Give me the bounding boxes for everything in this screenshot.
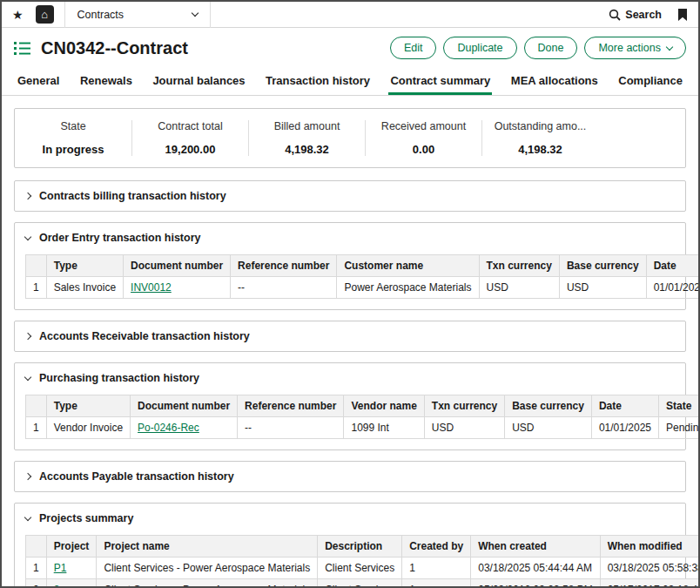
duplicate-button[interactable]: Duplicate bbox=[443, 37, 516, 59]
table-cell: 03/18/2025 05:58:38 AM bbox=[600, 558, 698, 579]
table-row: 1Vendor InvoicePo-0246-Rec--1099 IntUSDU… bbox=[26, 417, 699, 439]
column-header[interactable]: Created by bbox=[402, 536, 471, 558]
column-header[interactable]: Type bbox=[46, 395, 130, 417]
column-header[interactable]: Document number bbox=[131, 395, 238, 417]
table-cell: 1 bbox=[402, 558, 471, 579]
section-title: Order Entry transaction history bbox=[39, 232, 200, 244]
search-label: Search bbox=[625, 9, 662, 21]
column-header[interactable]: Type bbox=[46, 255, 123, 277]
home-icon[interactable]: ⌂ bbox=[36, 5, 54, 24]
summary-label: Outstanding amo... bbox=[488, 120, 593, 132]
column-header[interactable]: When modified bbox=[600, 536, 698, 558]
table-cell: -- bbox=[238, 417, 344, 439]
table-cell: Client Services bbox=[318, 558, 402, 579]
summary-outstanding-amount: Outstanding amo... 4,198.32 bbox=[481, 120, 598, 156]
tab-renewals[interactable]: Renewals bbox=[78, 66, 134, 95]
record-link[interactable]: P1 bbox=[54, 562, 67, 574]
module-selector[interactable]: Contracts bbox=[64, 2, 211, 28]
section-toggle-accounts-payable[interactable]: Accounts Payable transaction history bbox=[15, 462, 685, 491]
column-header[interactable]: Date bbox=[591, 395, 658, 417]
chevron-down-icon bbox=[24, 514, 31, 521]
edit-button[interactable]: Edit bbox=[390, 37, 437, 59]
column-header[interactable] bbox=[26, 395, 47, 417]
tab-contract-summary[interactable]: Contract summary bbox=[388, 66, 492, 95]
table-cell: 1 bbox=[26, 558, 47, 579]
done-button[interactable]: Done bbox=[524, 37, 578, 59]
table-cell: USD bbox=[559, 277, 646, 299]
tab-compliance[interactable]: Compliance bbox=[616, 66, 684, 95]
summary-label: Received amount bbox=[371, 120, 476, 132]
table-cell: USD bbox=[505, 417, 592, 439]
topbar-right: Search bbox=[609, 8, 688, 22]
table-cell: Client Services bbox=[318, 579, 402, 586]
summary-value: 0.00 bbox=[371, 143, 476, 156]
main-content: State In progress Contract total 19,200.… bbox=[2, 96, 698, 586]
column-header[interactable]: When created bbox=[471, 536, 600, 558]
column-header[interactable]: Project bbox=[46, 536, 97, 558]
summary-label: State bbox=[20, 120, 126, 132]
list-icon[interactable] bbox=[14, 41, 30, 56]
table-cell: Pending bbox=[658, 417, 698, 439]
record-actions: Edit Duplicate Done More actions bbox=[390, 37, 686, 59]
more-actions-label: More actions bbox=[598, 41, 661, 55]
column-header[interactable]: Customer name bbox=[337, 255, 479, 277]
tab-mea-allocations[interactable]: MEA allocations bbox=[509, 66, 600, 95]
data-table: ProjectProject nameDescriptionCreated by… bbox=[25, 535, 698, 586]
table-cell: Power Aerospace Materials bbox=[337, 277, 479, 299]
tab-transaction-history[interactable]: Transaction history bbox=[264, 66, 372, 95]
column-header[interactable]: Base currency bbox=[505, 395, 592, 417]
table-cell: USD bbox=[479, 277, 559, 299]
summary-value: 4,198.32 bbox=[488, 143, 593, 156]
summary-label: Contract total bbox=[138, 120, 243, 132]
duplicate-button-label: Duplicate bbox=[457, 41, 502, 55]
column-header[interactable] bbox=[26, 536, 47, 558]
section-accounts-payable: Accounts Payable transaction history bbox=[14, 461, 686, 492]
table-cell: 1 bbox=[26, 277, 47, 299]
edit-button-label: Edit bbox=[404, 41, 423, 55]
favorite-star-icon[interactable]: ★ bbox=[12, 8, 24, 22]
column-header[interactable]: Reference number bbox=[231, 255, 337, 277]
section-title: Projects summary bbox=[39, 512, 133, 524]
more-actions-button[interactable]: More actions bbox=[584, 37, 686, 59]
column-header[interactable]: Vendor name bbox=[344, 395, 424, 417]
table-cell: 2 bbox=[26, 579, 47, 586]
tab-journal-balances[interactable]: Journal balances bbox=[151, 66, 246, 95]
page-title: CN0342--Contract bbox=[41, 38, 188, 58]
record-header: CN0342--Contract Edit Duplicate Done Mor… bbox=[2, 28, 698, 66]
order-entry-table: TypeDocument numberReference numberCusto… bbox=[15, 253, 685, 309]
section-toggle-projects-summary[interactable]: Projects summary bbox=[15, 504, 685, 533]
column-header[interactable]: State bbox=[658, 395, 698, 417]
chevron-down-icon bbox=[24, 233, 31, 240]
section-toggle-accounts-receivable[interactable]: Accounts Receivable transaction history bbox=[15, 321, 685, 351]
column-header[interactable]: Project name bbox=[97, 536, 318, 558]
purchasing-table: TypeDocument numberReference numberVendo… bbox=[15, 393, 685, 449]
top-bar: ★ ⌂ Contracts Search bbox=[2, 2, 698, 28]
record-link[interactable]: Po-0246-Rec bbox=[138, 422, 199, 434]
search-button[interactable]: Search bbox=[609, 9, 662, 21]
column-header[interactable]: Description bbox=[318, 536, 402, 558]
section-contracts-billing: Contracts billing transaction history bbox=[14, 180, 686, 212]
column-header[interactable] bbox=[26, 255, 47, 277]
section-toggle-order-entry[interactable]: Order Entry transaction history bbox=[15, 223, 685, 253]
column-header[interactable]: Date bbox=[646, 255, 698, 277]
column-header[interactable]: Txn currency bbox=[424, 395, 504, 417]
column-header[interactable]: Base currency bbox=[559, 255, 646, 277]
bookmark-icon[interactable] bbox=[677, 8, 688, 22]
column-header[interactable]: Reference number bbox=[238, 395, 344, 417]
record-link[interactable]: 8 bbox=[54, 584, 60, 586]
section-toggle-contracts-billing[interactable]: Contracts billing transaction history bbox=[15, 181, 685, 211]
column-header[interactable]: Txn currency bbox=[479, 255, 559, 277]
summary-value: 19,200.00 bbox=[138, 143, 243, 156]
table-cell: 05/03/2016 03:23:58 PM bbox=[471, 579, 600, 586]
chevron-down-icon bbox=[24, 374, 31, 381]
record-link[interactable]: INV0012 bbox=[131, 281, 172, 294]
tab-general[interactable]: General bbox=[16, 66, 61, 95]
column-header[interactable]: Document number bbox=[124, 255, 231, 277]
section-title: Accounts Payable transaction history bbox=[39, 470, 234, 483]
table-row: 28Client Services - Power Aerospace Mate… bbox=[26, 579, 699, 586]
section-toggle-purchasing[interactable]: Purchasing transaction history bbox=[15, 363, 685, 393]
table-cell: Client Services - Power Aerospace Materi… bbox=[97, 558, 318, 579]
summary-label: Billed amount bbox=[254, 120, 360, 132]
section-title: Purchasing transaction history bbox=[39, 372, 199, 384]
tab-bar: General Renewals Journal balances Transa… bbox=[2, 66, 698, 96]
